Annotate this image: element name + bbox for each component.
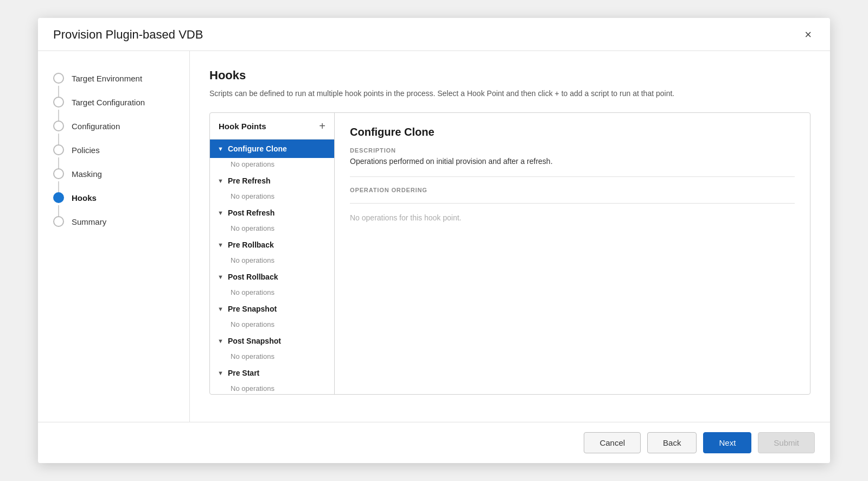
hook-item-configure-clone[interactable]: ▼Configure CloneNo operations	[210, 140, 334, 172]
step-circle-masking	[53, 168, 64, 179]
modal-header: Provision Plugin-based VDB ×	[38, 18, 830, 51]
step-circle-target-environment	[53, 73, 64, 84]
sidebar-label-target-configuration: Target Configuration	[72, 98, 145, 107]
detail-panel: Configure Clone DESCRIPTION Operations p…	[335, 113, 810, 394]
hook-item-header-pre-start: ▼Pre Start	[210, 364, 334, 382]
sidebar-label-target-environment: Target Environment	[72, 74, 142, 83]
modal-title: Provision Plugin-based VDB	[53, 28, 203, 42]
sidebar-label-hooks: Hooks	[72, 193, 97, 202]
section-description: Scripts can be defined to run at multipl…	[209, 88, 676, 99]
close-button[interactable]: ×	[801, 28, 815, 42]
step-circle-hooks	[53, 192, 64, 203]
sidebar-item-configuration[interactable]: Configuration	[53, 114, 189, 138]
hook-item-label-pre-refresh: Pre Refresh	[228, 176, 271, 185]
hook-item-ops-pre-rollback: No operations	[210, 254, 334, 268]
hook-item-ops-configure-clone: No operations	[210, 158, 334, 172]
chevron-icon-configure-clone: ▼	[218, 145, 224, 152]
sidebar-item-target-configuration[interactable]: Target Configuration	[53, 90, 189, 114]
hook-item-label-pre-rollback: Pre Rollback	[228, 240, 274, 249]
hook-points-panel-title: Hook Points	[219, 122, 266, 131]
sidebar-item-summary[interactable]: Summary	[53, 210, 189, 233]
cancel-button[interactable]: Cancel	[584, 432, 641, 453]
hook-item-header-pre-rollback: ▼Pre Rollback	[210, 236, 334, 254]
modal-body: Target EnvironmentTarget ConfigurationCo…	[38, 51, 830, 422]
hook-item-label-configure-clone: Configure Clone	[228, 144, 287, 153]
hook-item-label-pre-start: Pre Start	[228, 369, 259, 377]
detail-description-label: DESCRIPTION	[350, 147, 795, 154]
detail-operation-ordering-label: OPERATION ORDERING	[350, 187, 795, 193]
sidebar-item-policies[interactable]: Policies	[53, 138, 189, 162]
detail-description-text: Operations performed on initial provisio…	[350, 157, 795, 166]
step-circle-configuration	[53, 121, 64, 131]
chevron-icon-post-snapshot: ▼	[218, 338, 224, 344]
hook-item-ops-post-rollback: No operations	[210, 286, 334, 300]
hook-item-ops-pre-snapshot: No operations	[210, 318, 334, 332]
detail-divider-2	[350, 203, 795, 204]
sidebar-item-hooks[interactable]: Hooks	[53, 186, 189, 210]
hook-item-header-pre-snapshot: ▼Pre Snapshot	[210, 300, 334, 318]
hook-item-header-post-refresh: ▼Post Refresh	[210, 204, 334, 222]
chevron-icon-pre-start: ▼	[218, 370, 224, 376]
chevron-icon-pre-snapshot: ▼	[218, 306, 224, 312]
hook-item-header-pre-refresh: ▼Pre Refresh	[210, 172, 334, 190]
hook-item-label-post-snapshot: Post Snapshot	[228, 337, 281, 345]
chevron-icon-post-refresh: ▼	[218, 210, 224, 216]
chevron-icon-pre-rollback: ▼	[218, 242, 224, 248]
sidebar-label-masking: Masking	[72, 169, 102, 179]
modal-footer: Cancel Back Next Submit	[38, 422, 830, 463]
hook-item-post-rollback[interactable]: ▼Post RollbackNo operations	[210, 268, 334, 300]
hook-item-pre-snapshot[interactable]: ▼Pre SnapshotNo operations	[210, 300, 334, 332]
hook-item-pre-refresh[interactable]: ▼Pre RefreshNo operations	[210, 172, 334, 204]
step-circle-policies	[53, 144, 64, 155]
hook-list: ▼Configure CloneNo operations▼Pre Refres…	[210, 140, 334, 394]
hook-item-label-pre-snapshot: Pre Snapshot	[228, 305, 277, 313]
hook-item-header-post-rollback: ▼Post Rollback	[210, 268, 334, 286]
hook-item-label-post-rollback: Post Rollback	[228, 273, 278, 281]
hook-item-ops-pre-refresh: No operations	[210, 190, 334, 204]
hook-item-post-snapshot[interactable]: ▼Post SnapshotNo operations	[210, 332, 334, 364]
sidebar-label-configuration: Configuration	[72, 122, 120, 131]
sidebar-label-policies: Policies	[72, 145, 100, 155]
sidebar-item-target-environment[interactable]: Target Environment	[53, 66, 189, 90]
next-button[interactable]: Next	[703, 432, 751, 453]
detail-divider	[350, 176, 795, 177]
chevron-icon-pre-refresh: ▼	[218, 178, 224, 184]
hook-item-post-refresh[interactable]: ▼Post RefreshNo operations	[210, 204, 334, 236]
hook-points-panel: Hook Points + ▼Configure CloneNo operati…	[210, 113, 335, 394]
back-button[interactable]: Back	[647, 432, 697, 453]
step-circle-summary	[53, 216, 64, 227]
add-hook-button[interactable]: +	[318, 121, 327, 131]
sidebar: Target EnvironmentTarget ConfigurationCo…	[38, 51, 190, 422]
hook-item-pre-rollback[interactable]: ▼Pre RollbackNo operations	[210, 236, 334, 268]
hook-points-header: Hook Points +	[210, 113, 334, 140]
hook-item-ops-pre-start: No operations	[210, 382, 334, 394]
chevron-icon-post-rollback: ▼	[218, 274, 224, 280]
sidebar-label-summary: Summary	[72, 217, 106, 226]
hook-item-header-configure-clone: ▼Configure Clone	[210, 140, 334, 158]
hook-item-header-post-snapshot: ▼Post Snapshot	[210, 332, 334, 350]
hook-item-label-post-refresh: Post Refresh	[228, 208, 275, 217]
no-operations-text: No operations for this hook point.	[350, 213, 795, 222]
provision-modal: Provision Plugin-based VDB × Target Envi…	[38, 18, 830, 463]
detail-title: Configure Clone	[350, 126, 795, 138]
step-circle-target-configuration	[53, 97, 64, 107]
hooks-container: Hook Points + ▼Configure CloneNo operati…	[209, 112, 810, 395]
main-content: Hooks Scripts can be defined to run at m…	[190, 51, 830, 422]
sidebar-item-masking[interactable]: Masking	[53, 162, 189, 186]
section-title: Hooks	[209, 68, 810, 83]
hook-item-ops-post-snapshot: No operations	[210, 350, 334, 364]
submit-button[interactable]: Submit	[758, 432, 815, 453]
hook-item-ops-post-refresh: No operations	[210, 222, 334, 236]
hook-item-pre-start[interactable]: ▼Pre StartNo operations	[210, 364, 334, 394]
